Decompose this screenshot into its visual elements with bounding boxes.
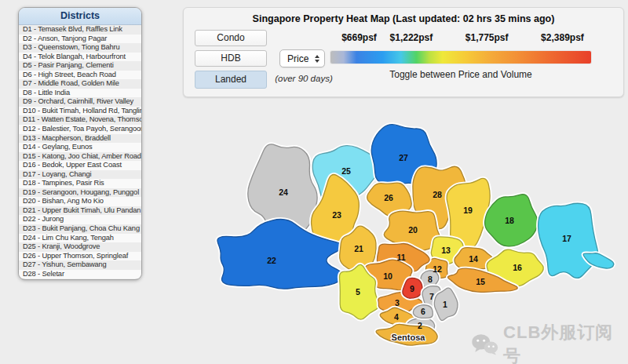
legend-toggle-note: Toggle between Price and Volume xyxy=(330,69,591,80)
district-list-item[interactable]: D25 - Kranji, Woodgrove xyxy=(19,242,141,252)
legend-tick-label: $669psf xyxy=(341,32,377,43)
property-type-buttons: CondoHDBLanded xyxy=(195,30,267,93)
district-list-item[interactable]: D9 - Orchard, Cairnhill, River Valley xyxy=(19,97,141,107)
district-number-label: 23 xyxy=(332,210,341,220)
district-number-label: 5 xyxy=(356,287,360,297)
select-stepper-icon xyxy=(315,55,319,63)
district-number-label: 13 xyxy=(441,246,451,255)
district-list-item[interactable]: D2 - Anson, Tanjong Pagar xyxy=(19,35,141,44)
district-number-label: 19 xyxy=(463,206,473,215)
legend-tick-label: $2,389psf xyxy=(541,32,584,43)
district-list-item[interactable]: D12 - Balestier, Toa Payoh, Serangoon xyxy=(19,125,141,134)
district-number-label: 2 xyxy=(418,321,422,330)
district-list-item[interactable]: D8 - Little India xyxy=(19,89,141,98)
district-list-item[interactable]: D20 - Bishan, Ang Mo Kio xyxy=(19,197,141,206)
district-list-item[interactable]: D17 - Loyang, Changi xyxy=(19,170,141,180)
district-number-label: 25 xyxy=(341,166,351,176)
district-list-item[interactable]: D13 - Macpherson, Braddell xyxy=(19,134,141,144)
district-number-label: 15 xyxy=(476,277,485,286)
metric-select-value: Price xyxy=(287,53,315,64)
district-number-label: 22 xyxy=(267,256,276,265)
district-list-item[interactable]: D27 - Yishun, Sembawang xyxy=(19,260,141,270)
district-number-label: 28 xyxy=(433,190,442,199)
district-list-item[interactable]: D10 - Bukit Timah, Holland Rd, Tanglin xyxy=(19,107,141,116)
district-list-item[interactable]: D26 - Upper Thomson, Springleaf xyxy=(19,252,141,261)
district-list-item[interactable]: D22 - Jurong xyxy=(19,215,141,224)
district-list-item[interactable]: D14 - Geylang, Eunos xyxy=(19,143,141,152)
district-list-item[interactable]: D4 - Telok Blangah, Harbourfront xyxy=(19,53,141,62)
district-list-item[interactable]: D1 - Temasek Blvd, Raffles Link xyxy=(19,25,141,35)
district-number-label: 18 xyxy=(505,216,514,225)
legend-tick-label: $1,222psf xyxy=(390,32,433,43)
district-number-label: 7 xyxy=(429,292,434,301)
district-number-label: 10 xyxy=(383,271,392,281)
district-list-item[interactable]: D24 - Lim Chu Kang, Tengah xyxy=(19,234,141,243)
legend-tick-labels: $669psf$1,222psf$1,775psf$2,389psf xyxy=(330,32,591,43)
district-number-label: 17 xyxy=(562,234,571,243)
district-list-item[interactable]: D19 - Serangoon, Hougang, Punggol xyxy=(19,188,141,198)
legend-tick-label: $1,775psf xyxy=(466,32,509,43)
district-number-label: 27 xyxy=(399,153,408,162)
district-number-label: 26 xyxy=(384,193,393,202)
district-number-label: 8 xyxy=(428,275,433,284)
district-list-item[interactable]: D3 - Queenstown, Tiong Bahru xyxy=(19,43,141,53)
district-list-item[interactable]: D23 - Bukit Panjang, Choa Chu Kang xyxy=(19,224,141,234)
district-list-item[interactable]: D7 - Middle Road, Golden Mile xyxy=(19,79,141,89)
district-list-item[interactable]: D6 - High Street, Beach Road xyxy=(19,71,141,80)
district-number-label: 1 xyxy=(443,300,447,309)
hdb-button[interactable]: HDB xyxy=(195,50,267,67)
districts-panel-title: Districts xyxy=(19,8,141,25)
district-list-item[interactable]: D21 - Upper Bukit Timah, Ulu Pandan xyxy=(19,206,141,216)
district-number-label: 3 xyxy=(395,298,400,308)
sentosa-label: Sentosa xyxy=(392,333,426,342)
district-list-item[interactable]: D28 - Seletar xyxy=(19,270,141,279)
heatmap-control-panel: Singapore Property Heat Map (Last update… xyxy=(183,7,624,97)
district-number-label: 24 xyxy=(279,187,288,197)
districts-list: D1 - Temasek Blvd, Raffles LinkD2 - Anso… xyxy=(19,25,141,278)
legend-gradient-bar[interactable] xyxy=(330,51,591,64)
district-list-item[interactable]: D16 - Bedok, Upper East Coast xyxy=(19,161,141,170)
district-number-label: 11 xyxy=(396,253,405,262)
district-list-item[interactable]: D15 - Katong, Joo Chiat, Amber Road xyxy=(19,152,141,162)
heatmap-title: Singapore Property Heat Map (Last update… xyxy=(184,13,623,24)
district-list-item[interactable]: D18 - Tampines, Pasir Ris xyxy=(19,179,141,188)
district-number-label: 20 xyxy=(408,225,418,235)
district-number-label: 9 xyxy=(410,284,414,293)
district-list-item[interactable]: D5 - Pasir Panjang, Clementi xyxy=(19,61,141,71)
district-number-label: 12 xyxy=(433,264,442,274)
district-number-label: 4 xyxy=(394,312,399,322)
condo-button[interactable]: Condo xyxy=(195,30,267,46)
district-number-label: 6 xyxy=(421,307,425,316)
price-legend: $669psf$1,222psf$1,775psf$2,389psf Toggl… xyxy=(330,32,591,84)
district-number-label: 14 xyxy=(469,254,478,264)
district-list-item[interactable]: D11 - Watten Estate, Novena, Thomson xyxy=(19,115,141,125)
district-number-label: 16 xyxy=(513,263,522,272)
singapore-map: 2425272826192318172022211314161211151053… xyxy=(179,99,628,364)
metric-select[interactable]: Price xyxy=(279,49,325,67)
district-number-label: 21 xyxy=(354,244,363,253)
districts-panel: Districts D1 - Temasek Blvd, Raffles Lin… xyxy=(18,7,142,280)
